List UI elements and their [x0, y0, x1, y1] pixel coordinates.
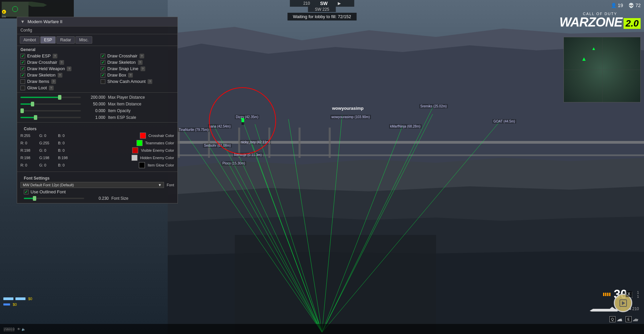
- hidden-enemy-swatch[interactable]: [131, 155, 138, 161]
- item-opacity-thumb[interactable]: [20, 108, 24, 113]
- tab-misc[interactable]: Misc.: [75, 36, 92, 44]
- draw-names-checkbox[interactable]: ✓: [20, 60, 25, 65]
- font-settings-label: Font Settings: [20, 175, 174, 181]
- font-label: Font: [167, 183, 174, 187]
- font-size-label: Font Size: [111, 196, 171, 201]
- esp-label-enemy8: Ploco (15.30m): [221, 161, 246, 165]
- panel-titlebar: ▼ Modern Warfare II: [17, 17, 177, 27]
- draw-held-weapon-row[interactable]: ✓ Draw Held Weapon ?: [17, 65, 97, 72]
- draw-box-row[interactable]: ✓ Draw Box ?: [97, 72, 177, 78]
- draw-skeleton-row[interactable]: ✓ Draw Skeleton ?: [97, 59, 177, 65]
- svg-text:4: 4: [3, 11, 4, 13]
- crosshair-color-row[interactable]: R:255 G: 0 B: 0 Crosshair Color: [20, 132, 174, 139]
- item-opacity-label: Item Opacity: [108, 108, 174, 113]
- tab-aimbot[interactable]: Aimbot: [20, 36, 40, 44]
- item-esp-scale-row[interactable]: 1.000 Item ESP Scale: [17, 114, 177, 121]
- max-item-dist-value: 50.000: [84, 102, 105, 106]
- glow-loot-checkbox[interactable]: [20, 86, 25, 90]
- draw-friendlies-help[interactable]: ?: [58, 73, 62, 78]
- glow-loot-help[interactable]: ?: [49, 86, 54, 90]
- tab-radar[interactable]: Radar: [56, 36, 75, 44]
- config-label: Config: [20, 28, 32, 33]
- kills-icon: 💀: [628, 3, 634, 8]
- font-selector[interactable]: MW Default Font 12pt (Default) ▼: [20, 182, 164, 188]
- draw-skeleton-checkbox[interactable]: ✓: [101, 60, 105, 65]
- max-player-dist-thumb[interactable]: [58, 95, 61, 100]
- compass-separator: ▶: [338, 1, 341, 6]
- item-esp-scale-thumb[interactable]: [34, 115, 37, 120]
- use-outlined-font-row[interactable]: ✓ Use Outlined Font: [20, 189, 174, 195]
- show-cash-help[interactable]: ?: [148, 79, 152, 84]
- draw-snap-line-row[interactable]: ✓ Draw Snap Line ?: [97, 65, 177, 72]
- draw-items-label: Draw Items: [27, 79, 49, 84]
- glow-b: B: 0: [58, 163, 75, 167]
- compass-direction: SW: [320, 1, 328, 6]
- teammates-b: B: 0: [58, 141, 75, 145]
- teammates-swatch[interactable]: [137, 140, 143, 146]
- draw-box-checkbox[interactable]: ✓: [101, 73, 105, 78]
- visible-enemy-color-row[interactable]: R:198 G: 0 B: 0 Visible Enemy Color: [20, 147, 174, 154]
- font-selector-row[interactable]: MW Default Font 12pt (Default) ▼ Font: [20, 181, 174, 189]
- hud-bottom-left: $0 $0: [3, 297, 32, 307]
- draw-skeleton-help[interactable]: ?: [138, 60, 143, 65]
- visible-enemy-swatch[interactable]: [132, 147, 138, 153]
- outlined-font-label: Use Outlined Font: [31, 189, 66, 194]
- draw-box-help[interactable]: ?: [128, 73, 133, 78]
- svg-rect-10: [299, 128, 301, 158]
- outlined-font-checkbox[interactable]: ✓: [24, 190, 29, 194]
- draw-held-weapon-label: Draw Held Weapon: [27, 66, 65, 71]
- item-opacity-track[interactable]: [20, 110, 81, 111]
- draw-snap-line-help[interactable]: ?: [141, 66, 145, 71]
- hidden-enemy-color-label: Hidden Enemy Color: [140, 156, 174, 160]
- draw-crosshair-help[interactable]: ?: [140, 54, 144, 58]
- show-cash-row[interactable]: Show Cash Amount ?: [97, 78, 177, 85]
- draw-items-help[interactable]: ?: [51, 79, 56, 84]
- draw-items-row[interactable]: Draw Items ?: [17, 78, 97, 85]
- max-item-dist-row[interactable]: 50.000 Max Item Distance: [17, 101, 177, 107]
- draw-friendlies-checkbox[interactable]: ✓: [20, 73, 25, 78]
- max-item-dist-thumb[interactable]: [31, 102, 34, 106]
- enable-esp-row[interactable]: ✓ Enable ESP ?: [17, 53, 97, 59]
- crosshair-swatch[interactable]: [140, 133, 146, 139]
- draw-items-checkbox[interactable]: [20, 79, 25, 84]
- draw-box-label: Draw Box: [107, 73, 126, 78]
- max-item-dist-track[interactable]: [20, 103, 81, 105]
- item-esp-scale-label: Item ESP Scale: [108, 115, 174, 120]
- glow-loot-label: Glow Loot: [27, 85, 47, 90]
- font-size-track[interactable]: [24, 198, 84, 199]
- max-player-dist-row[interactable]: 200.000 Max Player Distance: [17, 94, 177, 101]
- teammates-r: R: 0: [20, 141, 37, 145]
- crosshair-r: R:255: [20, 134, 37, 138]
- enable-esp-checkbox[interactable]: ✓: [20, 54, 25, 58]
- teammates-color-row[interactable]: R: 0 G:255 B: 0 Teammates Color: [20, 139, 174, 147]
- draw-crosshair-checkbox[interactable]: ✓: [101, 54, 105, 58]
- max-player-dist-track[interactable]: [20, 97, 81, 98]
- enable-esp-help[interactable]: ?: [53, 54, 57, 58]
- draw-names-help[interactable]: ?: [59, 60, 64, 65]
- draw-held-weapon-checkbox[interactable]: ✓: [20, 66, 25, 71]
- draw-names-row[interactable]: ✓ Draw Crosshair ?: [17, 59, 97, 65]
- item-glow-swatch[interactable]: [139, 162, 145, 168]
- colors-section: Colors R:255 G: 0 B: 0 Crosshair Color R…: [17, 124, 177, 170]
- key-q: Q: [609, 316, 615, 322]
- svg-marker-27: [622, 301, 625, 305]
- item-glow-color-row[interactable]: R: 0 G: 0 B: 0 Item Glow Color: [20, 161, 174, 169]
- font-size-thumb[interactable]: [33, 196, 36, 201]
- font-size-row[interactable]: 0.230 Font Size: [20, 195, 174, 202]
- item-esp-scale-value: 1.000: [84, 115, 105, 120]
- hidden-enemy-color-row[interactable]: R:198 G:198 B:198 Hidden Enemy Color: [20, 154, 174, 161]
- panel-tabs[interactable]: Aimbot ESP Radar Misc.: [17, 34, 177, 46]
- draw-friendlies-row[interactable]: ✓ Draw Skeleton ?: [17, 72, 97, 78]
- item-opacity-row[interactable]: 0.000 Item Opacity: [17, 107, 177, 114]
- warzone-version: 2.0: [624, 18, 641, 29]
- show-cash-checkbox[interactable]: [101, 79, 105, 84]
- item-esp-scale-track[interactable]: [20, 117, 81, 118]
- panel-title: Modern Warfare II: [28, 19, 62, 24]
- tab-esp[interactable]: ESP: [40, 36, 56, 44]
- draw-snap-line-checkbox[interactable]: ✓: [101, 66, 105, 71]
- draw-crosshair-row[interactable]: ✓ Enable ESP Draw Crosshair ?: [97, 53, 177, 59]
- glow-loot-row[interactable]: Glow Loot ?: [17, 85, 97, 91]
- draw-held-weapon-help[interactable]: ?: [67, 66, 71, 71]
- players-count: 19: [618, 3, 623, 8]
- kills-count: 72: [635, 3, 641, 8]
